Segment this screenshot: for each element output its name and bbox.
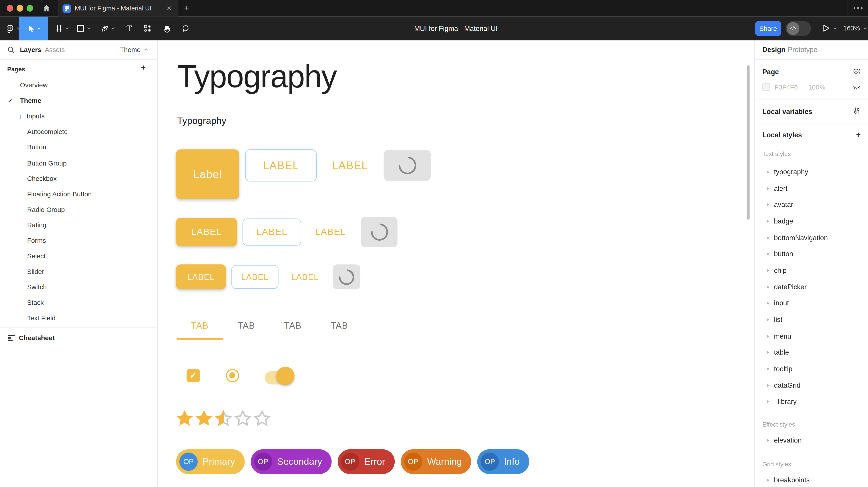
variables-icon[interactable] [852, 107, 861, 115]
page-item-rating[interactable]: Rating [0, 217, 157, 233]
style-item-badge[interactable]: badge [754, 213, 868, 229]
search-icon[interactable] [7, 46, 15, 54]
style-item-library[interactable]: _library [754, 394, 868, 410]
home-button[interactable] [40, 2, 53, 15]
page-item-text-field[interactable]: Text Field [0, 311, 157, 326]
style-item-bottomnavigation[interactable]: bottomNavigation [754, 229, 868, 246]
style-item-tooltip[interactable]: tooltip [754, 361, 868, 377]
loading-button-small[interactable] [333, 264, 361, 289]
page-color-opacity[interactable]: 100% [808, 84, 825, 91]
zoom-menu[interactable]: 163% [843, 25, 867, 32]
dev-mode-toggle[interactable]: </> [785, 21, 811, 36]
contained-button-medium[interactable]: LABEL [176, 218, 237, 246]
tab-prototype[interactable]: Prototype [788, 46, 817, 54]
shape-tool-button[interactable] [74, 17, 93, 40]
style-item-list[interactable]: list [754, 312, 868, 328]
tab-item[interactable]: TAB [270, 314, 316, 338]
tab-item-selected[interactable]: TAB [177, 314, 223, 338]
contained-button-small[interactable]: LABEL [176, 264, 226, 289]
style-item-input[interactable]: input [754, 295, 868, 312]
minimize-window-button[interactable] [17, 5, 23, 11]
chip-primary[interactable]: OPPrimary [176, 449, 245, 474]
outlined-button-large[interactable]: LABEL [245, 149, 317, 181]
chip-secondary[interactable]: OPSecondary [251, 449, 332, 474]
present-button[interactable] [823, 25, 837, 32]
page-item-button[interactable]: Button [0, 139, 157, 155]
outlined-button-small[interactable]: LABEL [231, 265, 279, 289]
document-tab[interactable]: MUI for Figma - Material UI ✕ [58, 0, 178, 17]
style-item-table[interactable]: table [754, 344, 868, 361]
page-item-stack[interactable]: Stack [0, 295, 157, 311]
layer-item-cheatsheet[interactable]: Cheatsheet [0, 330, 157, 345]
canvas-scrollbar[interactable] [747, 65, 749, 220]
share-button[interactable]: Share [755, 21, 781, 36]
style-item-button[interactable]: button [754, 246, 868, 262]
style-item-menu[interactable]: menu [754, 328, 868, 344]
tab-item[interactable]: TAB [223, 314, 270, 338]
checkbox-checked[interactable]: ✓ [187, 369, 200, 382]
pages-header: Pages [7, 66, 25, 72]
text-button-small[interactable]: LABEL [290, 270, 320, 283]
style-item-datepicker[interactable]: datePicker [754, 279, 868, 295]
add-style-button[interactable]: + [856, 130, 861, 139]
star-icon-half[interactable] [213, 409, 234, 428]
text-button-medium[interactable]: LABEL [314, 225, 346, 239]
move-tool-button[interactable] [19, 17, 48, 40]
overflow-menu-button[interactable] [853, 7, 863, 9]
chip-warning[interactable]: OPWarning [401, 449, 471, 474]
loading-button-medium[interactable] [361, 217, 397, 247]
page-item-button-group[interactable]: Button Group [0, 155, 157, 171]
page-item-forms[interactable]: Forms [0, 233, 157, 249]
star-icon-filled[interactable] [194, 409, 214, 428]
page-item-theme[interactable]: ✓Theme [0, 93, 157, 109]
page-item-select[interactable]: Select [0, 249, 157, 264]
contained-button-large[interactable]: Label [176, 149, 239, 199]
page-item-switch[interactable]: Switch [0, 280, 157, 295]
style-item-breakpoints[interactable]: breakpoints [754, 472, 868, 487]
style-item-alert[interactable]: alert [754, 180, 868, 197]
page-item-checkbox[interactable]: Checkbox [0, 171, 157, 186]
styles-icon[interactable] [852, 67, 861, 75]
new-tab-button[interactable]: + [181, 2, 192, 15]
close-window-button[interactable] [7, 5, 13, 11]
style-item-typography[interactable]: typography [754, 164, 868, 180]
frame-tool-button[interactable] [53, 17, 71, 40]
tab-assets[interactable]: Assets [45, 46, 65, 54]
page-item-floating-action-button[interactable]: Floating Action Button [0, 186, 157, 202]
text-button-large[interactable]: LABEL [332, 158, 368, 173]
style-item-avatar[interactable]: avatar [754, 197, 868, 213]
chip-info[interactable]: OPInfo [477, 449, 529, 474]
eye-closed-icon[interactable] [852, 84, 861, 91]
page-selector[interactable]: Theme [120, 46, 141, 54]
maximize-window-button[interactable] [27, 5, 33, 11]
star-icon-filled[interactable] [174, 409, 195, 428]
page-item-autocomplete[interactable]: Autocomplete [0, 124, 157, 139]
style-item-chip[interactable]: chip [754, 262, 868, 279]
chevron-down-icon [833, 27, 837, 30]
tab-layers[interactable]: Layers [20, 46, 41, 54]
chip-error[interactable]: OPError [338, 449, 395, 474]
page-item-overview[interactable]: Overview [0, 77, 157, 93]
add-page-button[interactable]: + [138, 62, 149, 72]
page-item-radio-group[interactable]: Radio Group [0, 202, 157, 217]
loading-button-large[interactable] [384, 150, 431, 181]
outlined-button-medium[interactable]: LABEL [243, 219, 301, 246]
page-item-inputs[interactable]: ↓Inputs [0, 109, 157, 124]
page-color-swatch[interactable] [763, 83, 770, 91]
style-item-elevation[interactable]: elevation [754, 432, 868, 449]
star-icon-empty[interactable] [252, 409, 272, 428]
style-item-datagrid[interactable]: dataGrid [754, 377, 868, 394]
pen-tool-button[interactable] [98, 17, 117, 40]
radio-button-selected[interactable] [226, 369, 239, 382]
actions-tool-button[interactable] [140, 17, 155, 40]
switch-thumb[interactable] [276, 367, 294, 385]
tab-design[interactable]: Design [763, 46, 785, 54]
star-icon-empty[interactable] [232, 409, 253, 428]
page-item-slider[interactable]: Slider [0, 264, 157, 280]
page-color-hex[interactable]: F3F4F6 [775, 84, 798, 91]
sidebar-header: Layers Assets Theme [0, 40, 157, 60]
design-canvas[interactable]: Typography Typography Label LABEL LABEL … [158, 40, 754, 487]
tab-item[interactable]: TAB [316, 314, 363, 338]
text-tool-button[interactable] [122, 17, 136, 40]
close-tab-button[interactable]: ✕ [165, 4, 173, 13]
